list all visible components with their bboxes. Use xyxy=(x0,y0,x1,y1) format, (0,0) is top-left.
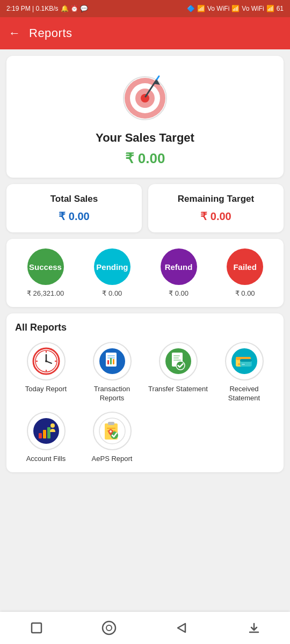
total-sales-label: Total Sales xyxy=(14,194,134,204)
nav-back-button[interactable] xyxy=(174,620,189,635)
refund-label: Refund xyxy=(165,262,193,272)
nav-download-button[interactable] xyxy=(247,620,262,635)
account-fills-label: Account Fills xyxy=(26,455,66,464)
target-title: Your Sales Target xyxy=(96,131,194,145)
report-transfer[interactable]: Transfer Statement xyxy=(147,342,209,403)
report-account-fills[interactable]: Account Fills xyxy=(15,412,77,464)
sales-target-card: Your Sales Target ₹ 0.00 xyxy=(6,56,284,178)
total-sales-card: Total Sales ₹ 0.00 xyxy=(6,184,142,232)
battery-icon: 📶 xyxy=(266,5,274,12)
battery-level: 61 xyxy=(277,5,284,12)
success-label: Success xyxy=(29,262,62,272)
aeps-report-icon xyxy=(93,412,132,450)
transaction-status-card: Success ₹ 26,321.00 Pending ₹ 0.00 Refun… xyxy=(6,239,284,307)
svg-rect-41 xyxy=(47,427,50,438)
today-report-icon xyxy=(27,342,66,380)
status-failed[interactable]: Failed ₹ 0.00 xyxy=(227,248,263,297)
wifi-icon-2: Vo WiFi xyxy=(242,5,264,12)
all-reports-title: All Reports xyxy=(15,322,275,333)
transaction-report-icon xyxy=(93,342,132,380)
svg-point-52 xyxy=(106,625,112,631)
success-circle: Success xyxy=(27,248,64,285)
stats-row: Total Sales ₹ 0.00 Remaining Target ₹ 0.… xyxy=(6,184,284,232)
reports-grid: Today Report xyxy=(15,342,275,464)
svg-rect-36 xyxy=(240,359,252,362)
svg-rect-21 xyxy=(107,360,109,364)
svg-rect-37 xyxy=(242,364,245,365)
svg-rect-45 xyxy=(108,422,114,425)
target-icon xyxy=(118,69,172,122)
remaining-target-amount: ₹ 0.00 xyxy=(156,210,276,223)
status-bar: 2:19 PM | 0.1KB/s 🔔 ⏰ 💬 🔷 📶 Vo WiFi 📶 Vo… xyxy=(0,0,290,17)
main-content: Your Sales Target ₹ 0.00 Total Sales ₹ 0… xyxy=(0,49,290,479)
status-refund[interactable]: Refund ₹ 0.00 xyxy=(161,248,197,297)
svg-rect-40 xyxy=(43,430,46,438)
svg-rect-22 xyxy=(110,358,112,364)
bluetooth-icon: 🔷 xyxy=(187,5,195,12)
transaction-reports-label: Transaction Reports xyxy=(81,385,143,403)
received-statement-icon xyxy=(225,342,264,380)
back-button[interactable]: ← xyxy=(9,26,20,40)
bottom-nav xyxy=(0,612,290,644)
report-received[interactable]: Received Statement xyxy=(213,342,275,403)
pending-label: Pending xyxy=(96,262,128,272)
svg-point-51 xyxy=(103,621,115,634)
aeps-report-label: AePS Report xyxy=(92,455,133,464)
refund-circle: Refund xyxy=(161,248,197,285)
svg-point-12 xyxy=(45,360,47,362)
signal-strength-2: 📶 xyxy=(231,5,240,12)
svg-point-42 xyxy=(50,423,55,428)
svg-rect-23 xyxy=(113,359,114,364)
svg-rect-27 xyxy=(173,357,179,358)
received-statement-label: Received Statement xyxy=(213,385,275,403)
svg-line-7 xyxy=(157,76,159,79)
nav-home-button[interactable] xyxy=(102,620,117,635)
total-sales-amount: ₹ 0.00 xyxy=(14,210,134,223)
target-amount: ₹ 0.00 xyxy=(125,150,165,167)
report-transaction[interactable]: Transaction Reports xyxy=(81,342,143,403)
today-report-label: Today Report xyxy=(25,385,67,394)
all-reports-card: All Reports xyxy=(6,313,284,472)
svg-marker-53 xyxy=(178,624,185,632)
time-display: 2:19 PM | 0.1KB/s xyxy=(6,5,59,12)
account-fills-icon xyxy=(27,412,66,450)
svg-point-49 xyxy=(110,430,112,433)
report-aeps[interactable]: AePS Report xyxy=(81,412,143,464)
pending-value: ₹ 0.00 xyxy=(102,289,122,297)
svg-rect-39 xyxy=(39,433,42,438)
svg-rect-26 xyxy=(173,355,180,356)
status-left: 2:19 PM | 0.1KB/s 🔔 ⏰ 💬 xyxy=(6,5,88,12)
signal-strength: 📶 xyxy=(197,5,205,12)
svg-rect-28 xyxy=(173,360,181,361)
remaining-target-card: Remaining Target ₹ 0.00 xyxy=(148,184,284,232)
signal-icons: 🔔 ⏰ 💬 xyxy=(61,5,89,12)
status-pending[interactable]: Pending ₹ 0.00 xyxy=(94,248,130,297)
refund-value: ₹ 0.00 xyxy=(169,289,189,297)
nav-square-button[interactable] xyxy=(29,620,44,635)
failed-value: ₹ 0.00 xyxy=(235,289,255,297)
status-right: 🔷 📶 Vo WiFi 📶 Vo WiFi 📶 61 xyxy=(187,5,284,12)
transfer-statement-label: Transfer Statement xyxy=(148,385,208,394)
page-title: Reports xyxy=(29,26,73,40)
svg-rect-50 xyxy=(32,623,41,633)
svg-rect-19 xyxy=(107,355,115,356)
remaining-target-label: Remaining Target xyxy=(156,194,276,204)
svg-point-4 xyxy=(141,94,149,103)
pending-circle: Pending xyxy=(94,248,130,285)
wifi-icon: Vo WiFi xyxy=(207,5,229,12)
svg-rect-46 xyxy=(107,428,115,429)
transfer-statement-icon xyxy=(159,342,198,380)
success-value: ₹ 26,321.00 xyxy=(27,289,64,297)
app-header: ← Reports xyxy=(0,17,290,49)
failed-label: Failed xyxy=(233,262,256,272)
status-success[interactable]: Success ₹ 26,321.00 xyxy=(27,248,64,297)
report-today[interactable]: Today Report xyxy=(15,342,77,403)
failed-circle: Failed xyxy=(227,248,263,285)
